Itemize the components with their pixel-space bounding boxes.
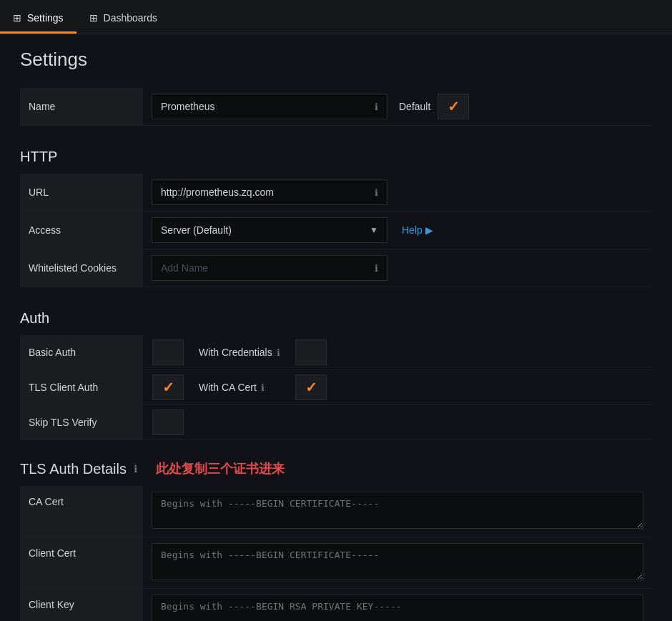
settings-icon: ⊞: [13, 12, 21, 24]
top-nav: ⊞ Settings ⊞ Dashboards: [0, 0, 672, 34]
skip-tls-checkbox[interactable]: [152, 409, 184, 435]
ca-cert-label: CA Cert: [20, 486, 143, 537]
access-label: Access: [20, 212, 143, 249]
basic-auth-label: Basic Auth: [20, 335, 143, 369]
access-select[interactable]: Server (Default) ▼: [152, 217, 387, 243]
cookies-label: Whitelisted Cookies: [20, 249, 143, 287]
help-arrow-icon: ▶: [425, 224, 433, 236]
url-value: http://prometheus.zq.com: [161, 187, 274, 198]
cookies-row: Whitelisted Cookies Add Name ℹ: [20, 249, 652, 287]
tls-auth-row: TLS Client Auth ✓ With CA Cert ℹ ✓: [20, 370, 652, 405]
url-field-area: http://prometheus.zq.com ℹ: [143, 174, 652, 211]
ca-cert-row: CA Cert: [20, 486, 652, 537]
access-row: Access Server (Default) ▼ Help ▶: [20, 212, 652, 249]
with-credentials-checkbox-cell: [286, 335, 336, 369]
tab-settings-label: Settings: [27, 12, 64, 24]
name-info-icon[interactable]: ℹ: [375, 101, 378, 112]
dashboards-icon: ⊞: [89, 12, 98, 24]
auth-section-title: Auth: [20, 310, 652, 327]
page-content: Settings Name Prometheus ℹ Default ✓ HTT…: [0, 34, 672, 621]
with-ca-cert-checkbox[interactable]: ✓: [295, 374, 327, 400]
client-cert-row: Client Cert: [20, 537, 652, 589]
client-cert-label: Client Cert: [20, 537, 143, 588]
tab-settings[interactable]: ⊞ Settings: [0, 4, 76, 34]
client-key-field-area: [143, 589, 652, 621]
tls-details-info-icon[interactable]: ℹ: [134, 463, 137, 475]
tab-dashboards-label: Dashboards: [104, 12, 158, 24]
client-cert-input[interactable]: [152, 543, 643, 580]
basic-auth-row: Basic Auth With Credentials ℹ: [20, 335, 652, 370]
name-label: Name: [20, 88, 143, 125]
name-row: Name Prometheus ℹ Default ✓: [20, 88, 652, 126]
page-title: Settings: [20, 49, 652, 71]
cookies-placeholder: Add Name: [161, 262, 208, 274]
tls-annotation-text: 此处复制三个证书进来: [156, 460, 285, 477]
with-ca-cert-label-area: With CA Cert ℹ: [193, 374, 286, 400]
client-key-row: Client Key: [20, 589, 652, 621]
with-ca-cert-info-icon[interactable]: ℹ: [261, 382, 265, 393]
with-credentials-checkbox[interactable]: [295, 339, 327, 365]
skip-tls-row: Skip TLS Verify: [20, 405, 652, 440]
with-ca-cert-label: With CA Cert: [199, 382, 257, 393]
ca-cert-input[interactable]: [152, 492, 643, 529]
skip-tls-checkbox-cell: [143, 405, 193, 439]
skip-tls-label: Skip TLS Verify: [20, 405, 143, 439]
with-credentials-label: With Credentials: [199, 347, 272, 358]
url-row: URL http://prometheus.zq.com ℹ: [20, 174, 652, 212]
access-value: Server (Default): [161, 224, 232, 236]
access-field-area: Server (Default) ▼ Help ▶: [143, 212, 652, 249]
with-ca-cert-checkbox-cell: ✓: [286, 370, 336, 404]
http-section-title: HTTP: [20, 149, 652, 165]
ca-cert-field-area: [143, 486, 652, 537]
tls-auth-label: TLS Client Auth: [20, 370, 143, 404]
url-info-icon[interactable]: ℹ: [375, 187, 378, 198]
with-ca-cert-check-mark: ✓: [305, 379, 317, 396]
url-label: URL: [20, 174, 143, 211]
tab-dashboards[interactable]: ⊞ Dashboards: [76, 4, 171, 34]
access-dropdown-arrow: ▼: [370, 225, 378, 235]
url-input[interactable]: http://prometheus.zq.com ℹ: [152, 179, 387, 205]
tls-details-section: TLS Auth Details ℹ 此处复制三个证书进来 CA Cert Cl…: [20, 460, 652, 621]
tls-details-title: TLS Auth Details: [20, 461, 127, 477]
default-check-mark: ✓: [448, 98, 460, 115]
tls-details-header-row: TLS Auth Details ℹ 此处复制三个证书进来: [20, 460, 652, 477]
cookies-info-icon[interactable]: ℹ: [375, 263, 378, 274]
name-value: Prometheus: [161, 101, 214, 112]
tls-auth-checkbox-cell: ✓: [143, 370, 193, 404]
basic-auth-checkbox-cell: [143, 335, 193, 369]
name-field-area: Prometheus ℹ Default ✓: [143, 88, 652, 125]
with-credentials-info-icon[interactable]: ℹ: [277, 347, 280, 358]
basic-auth-checkbox[interactable]: [152, 339, 184, 365]
help-text: Help: [402, 224, 423, 236]
name-input[interactable]: Prometheus ℹ: [152, 94, 387, 119]
default-area: Default ✓: [399, 94, 469, 119]
tls-auth-check-mark: ✓: [162, 379, 174, 396]
default-label: Default: [399, 101, 430, 112]
cookies-field-area: Add Name ℹ: [143, 249, 652, 287]
client-cert-field-area: [143, 537, 652, 588]
cookies-input[interactable]: Add Name ℹ: [152, 255, 387, 281]
with-credentials-label-area: With Credentials ℹ: [193, 339, 286, 365]
access-help-link[interactable]: Help ▶: [402, 224, 433, 236]
client-key-label: Client Key: [20, 589, 143, 621]
default-checkbox[interactable]: ✓: [438, 94, 469, 119]
tls-auth-checkbox[interactable]: ✓: [152, 374, 184, 400]
client-key-input[interactable]: [152, 595, 643, 621]
